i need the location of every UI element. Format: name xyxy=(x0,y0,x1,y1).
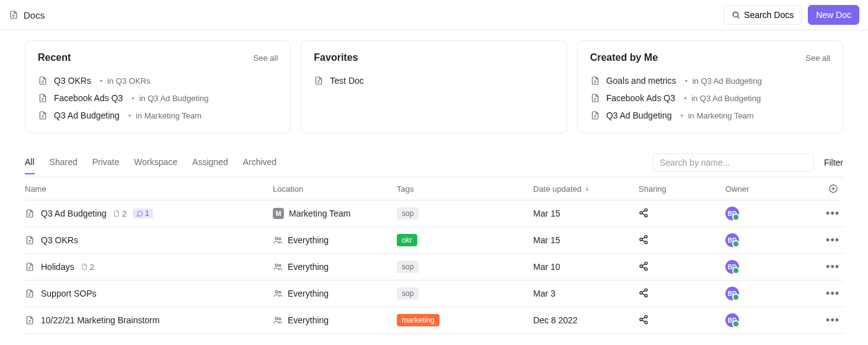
table-row[interactable]: Holidays 2 Everything sop Mar 10 BD ••• xyxy=(25,254,843,280)
search-icon xyxy=(732,11,740,19)
tag[interactable]: sop xyxy=(397,261,418,273)
owner-avatar[interactable]: BD xyxy=(725,233,739,247)
location-name: Everything xyxy=(288,315,329,325)
svg-point-12 xyxy=(279,238,281,240)
col-tags[interactable]: Tags xyxy=(397,184,533,194)
filter-button[interactable]: Filter xyxy=(824,158,843,168)
tag[interactable]: marketing xyxy=(397,314,440,326)
svg-line-24 xyxy=(642,264,645,266)
tab-workspace[interactable]: Workspace xyxy=(134,157,177,174)
date-updated: Mar 15 xyxy=(533,235,560,245)
new-doc-label: New Doc xyxy=(816,9,851,20)
doc-name: Q3 Ad Budgeting xyxy=(41,208,107,218)
col-location[interactable]: Location xyxy=(273,184,397,194)
row-more-button[interactable]: ••• xyxy=(826,261,839,272)
svg-line-1 xyxy=(738,17,740,19)
doc-name: Support SOPs xyxy=(41,289,97,298)
recent-item-name: Facebook Ads Q3 xyxy=(54,93,123,103)
everything-icon xyxy=(273,289,283,298)
doc-icon xyxy=(590,110,600,120)
row-more-button[interactable]: ••• xyxy=(826,208,839,219)
created-item-loc: in Q3 Ad Budgeting xyxy=(682,76,761,86)
doc-icon xyxy=(25,208,35,218)
favorites-item[interactable]: Test Doc xyxy=(314,72,554,89)
owner-avatar[interactable]: BD xyxy=(725,313,739,327)
recent-item[interactable]: Q3 Ad Budgeting in Marketing Team xyxy=(38,107,278,124)
tab-archived[interactable]: Archived xyxy=(243,157,277,174)
col-owner[interactable]: Owner xyxy=(725,184,818,194)
svg-point-20 xyxy=(645,262,647,264)
table-row[interactable]: Q3 Ad Budgeting 2 1 M Marketing Team sop… xyxy=(25,200,843,227)
search-docs-label: Search Docs xyxy=(744,9,794,20)
share-icon[interactable] xyxy=(639,261,649,273)
col-name[interactable]: Name xyxy=(25,184,273,194)
doc-icon xyxy=(25,235,35,245)
doc-name: Q3 OKRs xyxy=(41,235,78,245)
comment-count-badge: 1 xyxy=(133,208,153,218)
owner-avatar[interactable]: BD xyxy=(725,287,739,300)
docs-table: Name Location Tags Date updated Sharing … xyxy=(25,177,843,334)
share-icon[interactable] xyxy=(639,288,649,300)
everything-icon xyxy=(273,315,283,325)
search-docs-button[interactable]: Search Docs xyxy=(724,5,802,25)
row-more-button[interactable]: ••• xyxy=(826,288,839,299)
table-row[interactable]: Q3 OKRs Everything okr Mar 15 BD ••• xyxy=(25,227,843,254)
svg-point-21 xyxy=(640,265,642,267)
card-created-title: Created by Me xyxy=(590,52,658,63)
card-favorites-title: Favorites xyxy=(314,52,358,63)
svg-point-36 xyxy=(645,321,647,323)
svg-point-6 xyxy=(645,208,647,211)
table-row[interactable]: 10/22/21 Marketing Brainstorm Everything… xyxy=(25,307,843,334)
card-created-see-all[interactable]: See all xyxy=(805,53,830,63)
share-icon[interactable] xyxy=(639,315,649,326)
created-item-name: Goals and metrics xyxy=(606,76,676,86)
space-badge: M xyxy=(273,208,284,219)
row-more-button[interactable]: ••• xyxy=(826,315,839,326)
created-item[interactable]: Facebook Ads Q3 in Q3 Ad Budgeting xyxy=(590,89,830,107)
location-name: Everything xyxy=(288,235,329,245)
tab-shared[interactable]: Shared xyxy=(50,157,78,174)
tab-private[interactable]: Private xyxy=(92,157,120,174)
card-created-by-me: Created by Me See all Goals and metrics … xyxy=(577,40,843,133)
owner-avatar[interactable]: BD xyxy=(725,260,739,274)
table-header: Name Location Tags Date updated Sharing … xyxy=(25,177,843,200)
share-icon[interactable] xyxy=(639,208,649,220)
tag[interactable]: okr xyxy=(397,234,417,246)
tag[interactable]: sop xyxy=(397,207,418,220)
search-input[interactable] xyxy=(653,153,814,172)
favorites-item-name: Test Doc xyxy=(330,76,363,86)
card-recent-see-all[interactable]: See all xyxy=(254,53,278,63)
created-item[interactable]: Goals and metrics in Q3 Ad Budgeting xyxy=(590,72,830,89)
doc-icon xyxy=(38,76,48,86)
svg-point-7 xyxy=(640,212,642,214)
svg-point-0 xyxy=(733,12,738,17)
svg-line-31 xyxy=(642,290,645,292)
svg-line-30 xyxy=(642,293,645,295)
tab-all[interactable]: All xyxy=(25,157,35,174)
doc-icon xyxy=(38,110,48,120)
doc-icon xyxy=(9,10,19,20)
overview-cards: Recent See all Q3 OKRs in Q3 OKRs Facebo… xyxy=(25,40,843,133)
recent-item[interactable]: Facebook Ads Q3 in Q3 Ad Budgeting xyxy=(38,89,278,107)
table-row[interactable]: Support SOPs Everything sop Mar 3 BD ••• xyxy=(25,280,843,307)
created-item-loc: in Q3 Ad Budgeting xyxy=(681,94,761,103)
doc-icon xyxy=(590,93,600,103)
created-item[interactable]: Q3 Ad Budgeting in Marketing Team xyxy=(590,107,830,124)
col-date-updated[interactable]: Date updated xyxy=(533,184,639,194)
svg-line-38 xyxy=(642,317,645,319)
share-icon[interactable] xyxy=(639,235,649,246)
add-column-button[interactable] xyxy=(818,184,843,194)
tag[interactable]: sop xyxy=(397,287,418,300)
svg-line-9 xyxy=(642,213,645,215)
date-updated: Dec 8 2022 xyxy=(533,315,578,325)
subdoc-count-badge: 2 xyxy=(81,262,94,272)
row-more-button[interactable]: ••• xyxy=(826,235,839,246)
everything-icon xyxy=(273,235,283,245)
recent-item[interactable]: Q3 OKRs in Q3 OKRs xyxy=(38,72,278,89)
recent-item-name: Q3 Ad Budgeting xyxy=(54,110,120,120)
new-doc-button[interactable]: New Doc xyxy=(808,5,859,25)
tab-assigned[interactable]: Assigned xyxy=(192,157,228,174)
col-sharing[interactable]: Sharing xyxy=(639,184,725,194)
owner-avatar[interactable]: BD xyxy=(725,207,739,220)
svg-point-35 xyxy=(640,318,642,321)
